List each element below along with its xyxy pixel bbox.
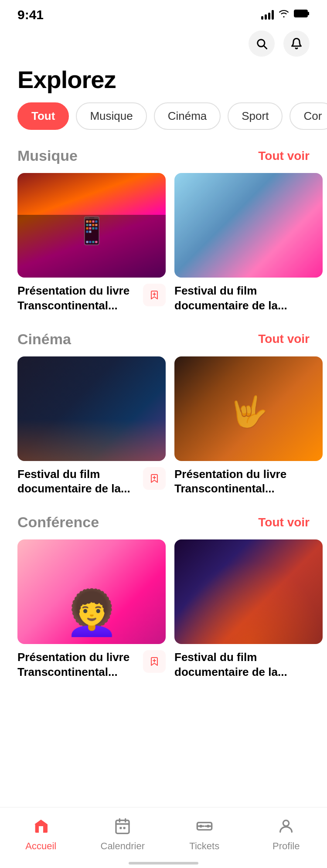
cinema-card-1[interactable]: Festival du film documentaire de la...: [17, 356, 166, 497]
conference-card-1-title: Présentation du livre Transcontinental..…: [17, 650, 143, 680]
cinema-cards-row: Festival du film documentaire de la... P…: [0, 356, 327, 497]
wifi-icon: [278, 9, 290, 21]
cinema-card-1-content: Festival du film documentaire de la...: [17, 467, 166, 497]
conference-card-1[interactable]: Présentation du livre Transcontinental..…: [17, 539, 166, 680]
tab-sport[interactable]: Sport: [228, 102, 283, 130]
home-indicator: [129, 862, 198, 865]
cinema-card-2-image: [174, 356, 323, 461]
section-musique: Musique Tout voir Présentation du livre …: [0, 143, 327, 326]
calendar-icon: [112, 815, 133, 837]
conference-card-2-content: Festival du film documentaire de la...: [174, 650, 323, 680]
musique-card-1-image: [17, 173, 166, 278]
musique-card-2-image: [174, 173, 323, 278]
category-tabs: Tout Musique Cinéma Sport Cor: [0, 102, 327, 143]
tab-cinema[interactable]: Cinéma: [154, 102, 221, 130]
cinema-card-1-image: [17, 356, 166, 461]
status-bar: 9:41: [0, 0, 327, 26]
crowd-overlay: [17, 225, 166, 278]
nav-calendrier[interactable]: Calendrier: [88, 815, 157, 852]
conference-card-1-bookmark[interactable]: [143, 650, 166, 673]
bell-button[interactable]: [283, 31, 310, 57]
tab-tout[interactable]: Tout: [17, 102, 69, 130]
nav-calendrier-label: Calendrier: [101, 841, 145, 852]
musique-see-all[interactable]: Tout voir: [258, 149, 310, 163]
search-icon: [255, 37, 268, 50]
musique-card-2[interactable]: Festival du film documentaire de la...: [174, 173, 323, 313]
cinema-card-1-bookmark[interactable]: [143, 467, 166, 490]
nav-tickets-label: Tickets: [189, 841, 219, 852]
home-icon: [30, 815, 52, 837]
nav-profile[interactable]: Profile: [251, 815, 321, 852]
cinema-card-1-title: Festival du film documentaire de la...: [17, 467, 143, 497]
svg-rect-1: [308, 12, 309, 15]
section-cinema: Cinéma Tout voir Festival du film docume…: [0, 326, 327, 510]
signal-icon: [261, 10, 274, 20]
musique-card-2-content: Festival du film documentaire de la...: [174, 284, 323, 313]
bottom-nav: Accueil Calendrier Ticket: [0, 807, 327, 868]
search-button[interactable]: [249, 31, 275, 57]
bell-icon: [290, 37, 303, 50]
top-actions: [0, 26, 327, 61]
cinema-see-all[interactable]: Tout voir: [258, 332, 310, 346]
section-cinema-title: Cinéma: [17, 331, 71, 348]
svg-rect-15: [123, 827, 126, 829]
section-musique-title: Musique: [17, 147, 78, 164]
conference-card-2-image: [174, 539, 323, 644]
nav-accueil-label: Accueil: [25, 841, 56, 852]
musique-card-1[interactable]: Présentation du livre Transcontinental..…: [17, 173, 166, 313]
bookmark-icon: [149, 656, 160, 667]
section-conference: Conférence Tout voir Présentation du liv…: [0, 509, 327, 693]
person-icon: [275, 815, 297, 837]
tab-musique[interactable]: Musique: [76, 102, 146, 130]
status-time: 9:41: [17, 7, 44, 22]
svg-rect-10: [116, 821, 129, 834]
svg-point-20: [283, 821, 289, 826]
musique-card-1-bookmark[interactable]: [143, 284, 166, 306]
battery-icon: [294, 9, 310, 20]
svg-rect-0: [294, 10, 307, 17]
bookmark-icon: [149, 290, 160, 300]
status-icons: [261, 9, 310, 21]
tab-conference[interactable]: Cor: [290, 102, 327, 130]
cinema-card-2-title: Présentation du livre Transcontinental..…: [174, 467, 323, 497]
bookmark-icon: [149, 473, 160, 484]
cinema-card-2[interactable]: Présentation du livre Transcontinental..…: [174, 356, 323, 497]
page-title: Explorez: [0, 61, 327, 102]
musique-card-1-title: Présentation du livre Transcontinental..…: [17, 284, 143, 313]
conference-see-all[interactable]: Tout voir: [258, 515, 310, 529]
conference-card-2[interactable]: Festival du film documentaire de la...: [174, 539, 323, 680]
svg-rect-14: [120, 827, 122, 829]
nav-profile-label: Profile: [272, 841, 300, 852]
section-conference-header: Conférence Tout voir: [0, 514, 327, 539]
conference-cards-row: Présentation du livre Transcontinental..…: [0, 539, 327, 680]
section-cinema-header: Cinéma Tout voir: [0, 331, 327, 356]
conference-card-1-image: [17, 539, 166, 644]
svg-line-3: [264, 46, 266, 48]
musique-card-1-content: Présentation du livre Transcontinental..…: [17, 284, 166, 313]
ticket-icon: [194, 815, 215, 837]
musique-cards-row: Présentation du livre Transcontinental..…: [0, 173, 327, 313]
nav-accueil[interactable]: Accueil: [6, 815, 76, 852]
conference-card-2-title: Festival du film documentaire de la...: [174, 650, 323, 680]
cinema-card-2-content: Présentation du livre Transcontinental..…: [174, 467, 323, 497]
section-conference-title: Conférence: [17, 514, 99, 531]
conference-card-1-content: Présentation du livre Transcontinental..…: [17, 650, 166, 680]
nav-tickets[interactable]: Tickets: [170, 815, 239, 852]
section-musique-header: Musique Tout voir: [0, 147, 327, 173]
musique-card-2-title: Festival du film documentaire de la...: [174, 284, 323, 313]
